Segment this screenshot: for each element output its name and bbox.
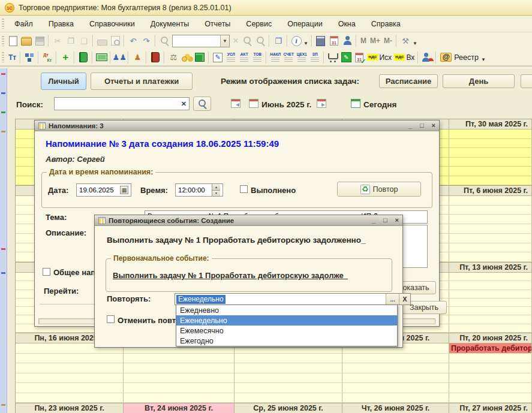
toolbar-grip[interactable] [2, 19, 4, 29]
calendar-cell[interactable] [449, 167, 532, 176]
calendar-cell[interactable] [235, 393, 342, 403]
frequency-option-2[interactable]: Ежемесячно [176, 325, 397, 336]
day-mode-button[interactable]: День [443, 74, 515, 88]
calendar-cell[interactable] [449, 324, 532, 333]
cart-icon[interactable] [326, 51, 339, 64]
edit-note-icon[interactable] [211, 51, 224, 64]
scales-icon[interactable]: ⚖ [167, 51, 180, 64]
menu-item-7[interactable]: Окна [330, 17, 363, 31]
calendar-cell[interactable] [449, 243, 532, 253]
task-event-cell[interactable]: Проработать дебиторскую [449, 343, 532, 354]
next-month-icon[interactable] [317, 99, 326, 108]
calendar-icon[interactable]: 31 [327, 34, 341, 47]
coins-icon[interactable] [180, 51, 193, 64]
calculator-icon[interactable] [314, 34, 327, 47]
save-icon[interactable] [33, 34, 46, 47]
cancel-repeat-checkbox[interactable] [107, 315, 115, 323]
open-document-icon[interactable] [20, 34, 33, 47]
calendar-cell[interactable] [449, 129, 532, 139]
calendar-cell[interactable] [449, 139, 532, 149]
done-label[interactable]: Выполнено [251, 186, 296, 195]
zp-document-icon[interactable]: ЗП [308, 51, 321, 64]
dropdown-caret-icon[interactable]: ▼ [481, 57, 486, 62]
calendar-cell[interactable] [16, 383, 124, 393]
frequency-option-1[interactable]: Еженедельно [176, 315, 397, 325]
nds-incoming-icon[interactable]: ндсВх [393, 53, 416, 62]
windows-list-icon[interactable]: ❐ [272, 34, 285, 47]
user-lock-icon[interactable] [341, 34, 354, 47]
frequency-option-0[interactable]: Ежедневно [176, 305, 397, 315]
red-book-icon[interactable] [149, 51, 162, 64]
find-next-icon[interactable] [241, 34, 254, 47]
print-icon[interactable] [95, 34, 109, 47]
employees-icon[interactable]: ♟♟ [113, 51, 126, 64]
calendar-cell[interactable] [449, 354, 532, 363]
today-label[interactable]: Сегодня [363, 100, 396, 109]
calendar-cell[interactable] [449, 158, 532, 167]
initial-event-link[interactable]: Выполнить задачу № 1 Проработать дебитор… [113, 271, 348, 280]
copy-icon[interactable]: ❐ [64, 34, 77, 47]
calendar-cell[interactable] [235, 373, 342, 383]
structure-icon[interactable] [23, 51, 36, 64]
ceh1-document-icon[interactable]: ЦЕХ1 [295, 51, 308, 64]
dropdown-caret-icon[interactable]: ▼ [413, 41, 417, 46]
menu-item-2[interactable]: Справочники [82, 17, 143, 31]
menu-item-0[interactable]: Файл [7, 17, 41, 31]
search-combobox[interactable]: ▼ [172, 35, 230, 47]
cut-icon[interactable]: ✂ [51, 34, 64, 47]
calendar-cell[interactable] [342, 363, 449, 373]
search-input[interactable]: ✕ [54, 97, 190, 110]
find-previous-icon[interactable] [254, 34, 267, 47]
calendar-cell[interactable] [449, 307, 532, 315]
calendar-cell[interactable] [449, 215, 532, 224]
date-picker-icon[interactable]: ▦ [120, 186, 128, 194]
calendar-cell[interactable] [342, 393, 449, 403]
toolbar-grip[interactable] [2, 36, 4, 46]
person-mail-icon[interactable] [420, 51, 434, 64]
contact-person-icon[interactable]: ♟ [131, 51, 144, 64]
previous-month-icon[interactable] [231, 99, 241, 108]
calendar-cell[interactable] [449, 393, 532, 403]
tab-personal[interactable]: Личный [41, 73, 86, 90]
menu-item-1[interactable]: Правка [41, 17, 82, 31]
memory-icon[interactable]: M [359, 37, 368, 45]
calendar-cell[interactable] [124, 354, 235, 363]
menu-item-8[interactable]: Справка [363, 17, 408, 31]
usl-document-icon[interactable]: УСЛ [224, 51, 238, 64]
clear-search-icon[interactable]: ✕ [231, 37, 241, 45]
date-field[interactable]: 19.06.2025 ▦ [76, 183, 131, 197]
memory-minus-icon[interactable]: M- [382, 37, 394, 45]
maximize-icon[interactable]: □ [383, 217, 387, 224]
undo-icon[interactable]: ↶ [127, 34, 140, 47]
frequency-option-3[interactable]: Ежегодно [176, 336, 397, 346]
reestr-button[interactable]: @Реестр [438, 53, 480, 62]
calendar-cell[interactable] [235, 363, 342, 373]
nds-outgoing-icon[interactable]: ндсИсх [366, 53, 393, 62]
calendar-cell[interactable] [449, 196, 532, 206]
calendar-cell[interactable] [16, 363, 124, 373]
month-calendar-icon[interactable] [249, 99, 259, 108]
calendar-cell[interactable] [235, 383, 342, 393]
clear-search-icon[interactable]: ✕ [181, 100, 187, 108]
info-icon[interactable] [290, 34, 303, 47]
recurring-dialog-titlebar[interactable]: Повторяющиеся события: Создание _ □ × [95, 215, 402, 226]
calendar-cell[interactable] [124, 383, 235, 393]
today-icon[interactable] [351, 99, 360, 108]
repeat-frequency-combobox[interactable]: Еженедельно ... X [175, 293, 411, 305]
calendar-cell[interactable] [449, 299, 532, 307]
calendar-cell[interactable] [124, 363, 235, 373]
time-spinner[interactable]: ▲▼ [212, 184, 220, 196]
calendar-cell[interactable] [16, 373, 124, 383]
done-checkbox[interactable] [240, 185, 248, 193]
calendar-cell[interactable] [16, 354, 124, 363]
calendar-cell[interactable] [449, 148, 532, 158]
dropdown-arrow-icon[interactable]: ▼ [220, 35, 229, 47]
maximize-icon[interactable]: □ [420, 122, 424, 129]
safe-icon[interactable] [193, 51, 206, 64]
close-icon[interactable]: × [432, 122, 435, 129]
calendar-cell[interactable] [449, 234, 532, 243]
money-icon[interactable] [95, 51, 108, 64]
side-panel-strip[interactable] [0, 68, 7, 413]
search-button[interactable] [193, 97, 211, 111]
debit-credit-icon[interactable] [41, 51, 54, 64]
